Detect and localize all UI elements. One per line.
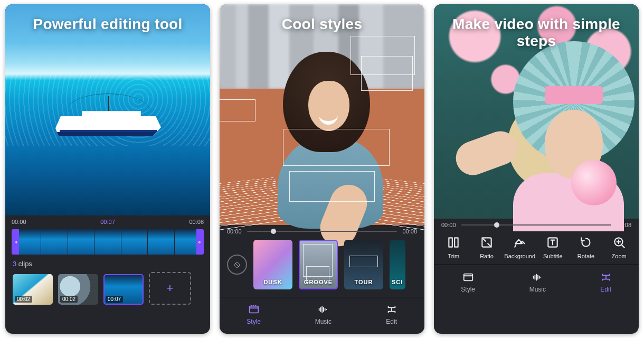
tab-label: Music	[529, 286, 546, 293]
overlay-frame	[283, 129, 390, 166]
style-label: DUSK	[263, 279, 282, 285]
tab-style[interactable]: Style	[461, 271, 475, 293]
tab-label: Style	[247, 318, 261, 325]
styles-row: ⦸ DUSK GROOVE TOUR SCI	[220, 238, 424, 294]
trim-handle-right[interactable]: ⇔	[196, 229, 204, 255]
tool-ratio[interactable]: Ratio	[471, 236, 503, 259]
style-label: SCI	[392, 279, 403, 285]
overlay-frame	[220, 99, 255, 121]
style-card-sci[interactable]: SCI	[390, 240, 405, 289]
seek-track[interactable]	[461, 224, 612, 226]
svg-rect-1	[449, 238, 453, 247]
style-card-groove-selected[interactable]: GROOVE	[299, 240, 338, 289]
hero: Powerful editing tool	[5, 4, 210, 215]
add-clip-button[interactable]: +	[149, 272, 191, 305]
tool-label: Zoom	[612, 253, 627, 259]
phone-edit-tools: Make video with simple steps 00:00 00:08…	[434, 4, 639, 334]
tab-label: Style	[461, 286, 475, 293]
tool-rotate[interactable]: Rotate	[571, 236, 602, 259]
preview-image[interactable]	[220, 4, 424, 225]
plus-icon: +	[167, 281, 174, 295]
tools-row: Trim Ratio Background Subtitle Rotate Zo…	[434, 231, 639, 261]
svg-rect-0	[249, 306, 258, 313]
time-end: 00:08	[189, 219, 204, 225]
none-icon: ⦸	[234, 260, 240, 269]
clips-row: 00:02 00:02 00:07 +	[5, 272, 210, 311]
style-icon	[462, 271, 474, 283]
style-label: GROOVE	[304, 279, 333, 285]
music-icon	[317, 304, 329, 315]
phone-editing: Powerful editing tool 00:00 00:07 00:08 …	[5, 4, 210, 334]
clip-thumb-selected[interactable]: 00:07	[103, 274, 144, 305]
tab-music[interactable]: Music	[315, 304, 332, 325]
tool-subtitle[interactable]: Subtitle	[537, 236, 569, 259]
music-icon	[532, 271, 543, 283]
tool-background[interactable]: Background	[504, 236, 535, 259]
hero: Cool styles	[220, 4, 424, 225]
trim-icon	[447, 236, 460, 249]
gallery: Powerful editing tool 00:00 00:07 00:08 …	[0, 0, 644, 338]
no-style-button[interactable]: ⦸	[227, 255, 247, 275]
style-label: TOUR	[355, 279, 373, 285]
clip-duration: 00:02	[60, 296, 78, 303]
seek-track[interactable]	[247, 231, 397, 232]
edit-icon	[386, 304, 397, 315]
tab-style[interactable]: Style	[247, 304, 261, 325]
rotate-icon	[579, 236, 593, 249]
clip-duration: 00:02	[15, 296, 32, 303]
svg-rect-2	[454, 238, 458, 247]
tool-label: Subtitle	[543, 253, 563, 259]
overlay-frame	[361, 56, 413, 91]
hero-title: Powerful editing tool	[5, 16, 210, 33]
tool-trim[interactable]: Trim	[438, 236, 469, 259]
tab-label: Edit	[386, 318, 397, 325]
ratio-icon	[480, 236, 494, 249]
time-start: 00:00	[441, 222, 456, 228]
tab-music[interactable]: Music	[529, 271, 546, 293]
clips-count: 3	[13, 260, 16, 268]
tool-label: Trim	[448, 253, 460, 259]
clip-thumb[interactable]: 00:02	[58, 274, 98, 305]
tool-label: Rotate	[577, 253, 594, 259]
time-current: 00:07	[100, 219, 115, 225]
trim-handle-left[interactable]: ⇔	[12, 229, 19, 255]
tab-label: Edit	[600, 286, 611, 293]
zoom-icon	[612, 236, 626, 249]
tab-edit[interactable]: Edit	[600, 271, 612, 293]
time-row: 00:00 00:07 00:08	[5, 215, 210, 228]
tool-label: Background	[504, 253, 535, 259]
time-start: 00:00	[12, 219, 26, 225]
clips-word: clips	[18, 260, 32, 268]
seek-handle[interactable]	[494, 222, 499, 228]
overlay-frame	[289, 171, 375, 202]
clip-duration: 00:07	[106, 296, 123, 303]
tab-edit[interactable]: Edit	[386, 304, 397, 325]
phone-styles: Cool styles 00:00 00:08 ⦸ DUSK GROOVE	[220, 4, 424, 334]
svg-rect-6	[463, 274, 472, 280]
style-icon	[248, 304, 260, 315]
boat-illustration	[55, 105, 166, 142]
style-card-dusk[interactable]: DUSK	[253, 240, 292, 289]
clips-label: 3 clips	[5, 260, 210, 272]
seek-handle[interactable]	[271, 229, 276, 234]
hero-title: Make video with simple steps	[434, 16, 639, 50]
background-icon	[513, 236, 527, 249]
subtitle-icon	[546, 236, 560, 249]
tab-label: Music	[315, 318, 332, 325]
hero-title: Cool styles	[220, 16, 424, 33]
tool-label: Ratio	[480, 253, 494, 259]
bottom-tabs: Style Music Edit	[434, 265, 639, 299]
style-card-tour[interactable]: TOUR	[344, 240, 383, 289]
preview-image[interactable]	[5, 4, 210, 215]
trim-strip[interactable]: ⇔ ⇔	[12, 229, 204, 255]
bottom-tabs: Style Music Edit	[220, 297, 424, 331]
hero: Make video with simple steps	[434, 4, 639, 219]
clip-thumb[interactable]: 00:02	[13, 274, 53, 305]
edit-icon	[600, 271, 612, 283]
tool-zoom[interactable]: Zoom	[603, 236, 634, 259]
